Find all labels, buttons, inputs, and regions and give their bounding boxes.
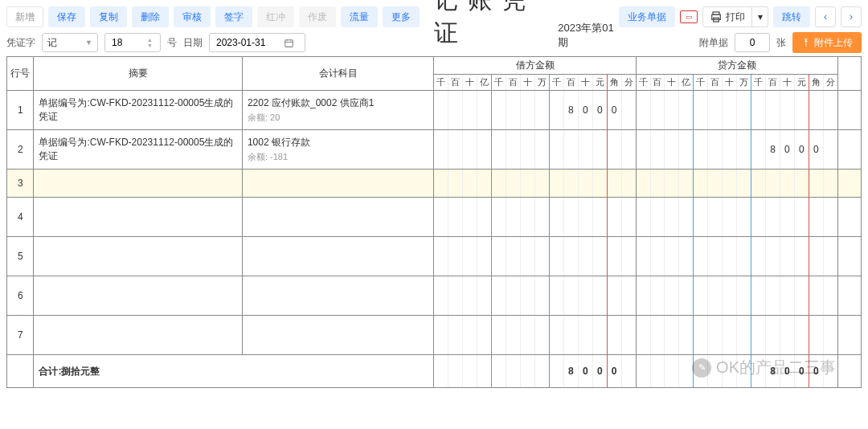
- biz-doc-button[interactable]: 业务单据: [619, 6, 675, 27]
- credit-cell[interactable]: [636, 276, 837, 316]
- delete-button[interactable]: 删除: [132, 6, 169, 27]
- digit-cell: [520, 237, 534, 276]
- row-action[interactable]: [837, 130, 861, 170]
- debit-cell[interactable]: [434, 170, 636, 198]
- credit-cell[interactable]: [636, 91, 837, 130]
- save-button[interactable]: 保存: [48, 6, 85, 27]
- date-input[interactable]: [209, 33, 305, 52]
- digit-cell: [534, 130, 549, 169]
- print-button[interactable]: 打印 ▾: [702, 6, 768, 27]
- digit-label: 万: [534, 75, 549, 90]
- voucher-number-input[interactable]: ▲▼: [104, 33, 161, 52]
- print-dropdown[interactable]: ▾: [752, 6, 768, 27]
- void-button[interactable]: 作废: [299, 6, 336, 27]
- digit-cell: [563, 276, 578, 315]
- digit-label: 十: [578, 75, 592, 90]
- table-row[interactable]: 5: [7, 237, 862, 276]
- next-voucher-button[interactable]: ›: [841, 6, 862, 27]
- digit-label: 元: [592, 75, 607, 90]
- digit-cell: [578, 237, 592, 276]
- subject-cell[interactable]: 1002 银行存款余额: -181: [243, 133, 434, 166]
- digit-cell: [722, 198, 736, 236]
- debit-cell[interactable]: [434, 130, 636, 170]
- row-number: 4: [7, 198, 34, 237]
- digit-cell: [664, 237, 678, 276]
- prev-voucher-button[interactable]: ‹: [815, 6, 836, 27]
- subject-cell[interactable]: [243, 292, 434, 299]
- credit-cell[interactable]: [636, 170, 837, 198]
- digit-cell: [477, 130, 491, 169]
- attach-count-input[interactable]: [735, 33, 770, 52]
- digit-cell: [592, 130, 607, 169]
- step-up-icon[interactable]: ▲: [147, 37, 158, 43]
- digit-cell: [549, 355, 563, 387]
- table-row[interactable]: 4: [7, 198, 862, 237]
- digit-cell: [823, 198, 837, 236]
- row-action[interactable]: [837, 170, 861, 198]
- summary-cell[interactable]: 单据编号为:CW-FKD-20231112-00005生成的凭证: [34, 133, 241, 166]
- reverse-button[interactable]: 红冲: [257, 6, 294, 27]
- summary-cell[interactable]: [34, 332, 241, 338]
- subject-cell[interactable]: [243, 332, 434, 338]
- date-value[interactable]: [215, 36, 280, 49]
- summary-cell[interactable]: [34, 214, 241, 220]
- summary-cell[interactable]: [34, 180, 241, 186]
- digit-cell: [563, 237, 578, 276]
- row-action[interactable]: [837, 316, 861, 355]
- jump-button[interactable]: 跳转: [773, 6, 810, 27]
- sign-button[interactable]: 签字: [215, 6, 252, 27]
- digit-cell: [607, 170, 621, 197]
- digit-cell: [678, 316, 693, 354]
- subject-cell[interactable]: [243, 180, 434, 186]
- debit-cell[interactable]: [434, 316, 636, 355]
- summary-cell[interactable]: [34, 253, 241, 259]
- audit-button[interactable]: 审核: [174, 6, 211, 27]
- row-action[interactable]: [837, 237, 861, 276]
- digit-cell: [736, 170, 751, 197]
- digit-cell: [434, 130, 448, 169]
- row-action[interactable]: [837, 91, 861, 130]
- digit-cell: [477, 237, 491, 276]
- digit-cell: [477, 91, 491, 129]
- table-row[interactable]: 1单据编号为:CW-FKD-20231112-00005生成的凭证2202 应付…: [7, 91, 862, 130]
- credit-cell[interactable]: 8000: [636, 130, 837, 170]
- attach-count-value[interactable]: [740, 36, 764, 49]
- digit-cell: [506, 276, 520, 315]
- digit-cell: [765, 198, 780, 236]
- digit-cell: [765, 316, 780, 354]
- stamp-icon: ▭: [680, 10, 698, 23]
- copy-button[interactable]: 复制: [90, 6, 127, 27]
- credit-cell[interactable]: [636, 316, 837, 355]
- credit-cell[interactable]: [636, 237, 837, 276]
- table-row[interactable]: 3: [7, 170, 862, 198]
- digit-cell: [621, 198, 636, 236]
- digit-cell: [477, 198, 491, 236]
- digit-cell: [678, 355, 693, 387]
- credit-cell[interactable]: [636, 198, 837, 237]
- row-action[interactable]: [837, 198, 861, 237]
- table-row[interactable]: 7: [7, 316, 862, 355]
- debit-cell[interactable]: [434, 198, 636, 237]
- subject-cell[interactable]: [243, 214, 434, 220]
- upload-button[interactable]: ⭱ 附件上传: [792, 32, 862, 53]
- digit-cell: [823, 130, 837, 169]
- summary-cell[interactable]: 单据编号为:CW-FKD-20231112-00005生成的凭证: [34, 93, 241, 127]
- debit-cell[interactable]: 8000: [434, 91, 636, 130]
- step-down-icon[interactable]: ▼: [147, 43, 158, 48]
- flow-button[interactable]: 流量: [341, 6, 378, 27]
- digit-label: 千: [751, 75, 765, 90]
- debit-cell[interactable]: [434, 276, 636, 316]
- summary-cell[interactable]: [34, 292, 241, 299]
- more-button[interactable]: 更多: [383, 6, 420, 27]
- digit-cell: [491, 316, 506, 354]
- subject-cell[interactable]: [243, 253, 434, 259]
- voucher-word-select[interactable]: 记 ▼: [42, 33, 98, 52]
- subject-cell[interactable]: 2202 应付账款_0002 供应商1余额: 20: [243, 93, 434, 127]
- row-number: 3: [7, 170, 34, 198]
- table-row[interactable]: 2单据编号为:CW-FKD-20231112-00005生成的凭证1002 银行…: [7, 130, 862, 170]
- new-button[interactable]: 新增: [6, 6, 43, 27]
- row-action[interactable]: [837, 276, 861, 316]
- table-row[interactable]: 6: [7, 276, 862, 316]
- digit-cell: [736, 198, 751, 236]
- debit-cell[interactable]: [434, 237, 636, 276]
